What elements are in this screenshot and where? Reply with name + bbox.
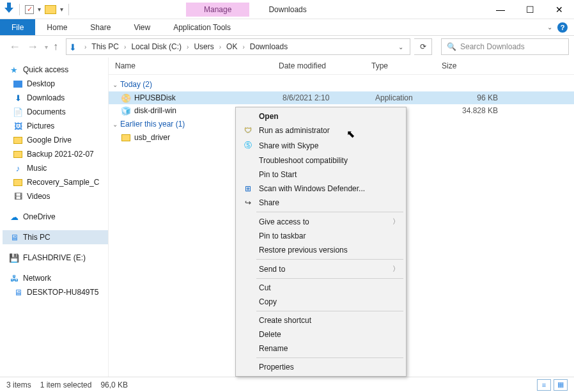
column-headers: Name Date modified Type Size — [109, 58, 574, 75]
group-today[interactable]: ⌄Today (2) — [109, 77, 574, 91]
skype-icon: Ⓢ — [242, 140, 254, 151]
sidebar-this-pc[interactable]: 🖥This PC — [3, 230, 108, 244]
menu-give-access[interactable]: Give access to〉 — [237, 214, 405, 229]
breadcrumb[interactable]: Downloads — [249, 42, 289, 51]
sidebar-item-backup[interactable]: Backup 2021-02-07 — [3, 147, 108, 161]
menu-cut[interactable]: Cut — [237, 281, 405, 295]
qat-dropdown-icon[interactable]: ▾ — [60, 6, 63, 13]
tab-application-tools[interactable]: Application Tools — [162, 19, 242, 35]
defender-icon: ⊞ — [242, 184, 254, 193]
sidebar-label: Downloads — [27, 93, 65, 102]
tab-home[interactable]: Home — [35, 19, 79, 35]
column-type[interactable]: Type — [366, 58, 437, 74]
share-icon: ↪ — [242, 198, 254, 207]
menu-rename[interactable]: Rename — [237, 341, 405, 356]
menu-run-as-admin[interactable]: 🛡Run as administrator — [237, 123, 405, 137]
recent-locations-icon[interactable]: ▾ — [43, 43, 49, 51]
sidebar-quick-access[interactable]: ★Quick access — [3, 63, 108, 77]
sidebar-item-recovery[interactable]: Recovery_Sample_C — [3, 175, 108, 189]
column-size[interactable]: Size — [437, 58, 500, 74]
chevron-right-icon: 〉 — [392, 217, 399, 226]
icons-view-button[interactable]: ▦ — [554, 379, 568, 391]
pc-icon: 🖥 — [13, 287, 23, 297]
folder-icon — [45, 5, 56, 14]
menu-delete[interactable]: Delete — [237, 327, 405, 341]
file-tab[interactable]: File — [0, 19, 35, 35]
menu-send-to[interactable]: Send to〉 — [237, 262, 405, 276]
back-button[interactable]: ← — [8, 40, 22, 54]
downloads-icon — [4, 3, 14, 16]
file-row[interactable]: 📀 HPUSBDisk 8/6/2021 2:10 Application 96… — [109, 91, 574, 104]
close-button[interactable]: ✕ — [545, 0, 574, 19]
menu-share-skype[interactable]: ⓈShare with Skype — [237, 137, 405, 153]
menu-pin-taskbar[interactable]: Pin to taskbar — [237, 229, 405, 243]
sidebar-onedrive[interactable]: ☁OneDrive — [3, 210, 108, 224]
cloud-icon: ☁ — [9, 212, 19, 222]
search-input[interactable]: 🔍 Search Downloads — [441, 38, 569, 55]
search-placeholder: Search Downloads — [460, 42, 525, 51]
menu-share[interactable]: ↪Share — [237, 196, 405, 210]
pc-icon: 🖥 — [9, 232, 19, 242]
sidebar-network[interactable]: 🖧Network — [3, 271, 108, 285]
menu-properties[interactable]: Properties — [237, 360, 405, 374]
column-date[interactable]: Date modified — [274, 58, 366, 74]
ribbon-expand-icon[interactable]: ⌄ — [547, 24, 552, 31]
folder-icon — [13, 135, 23, 145]
menu-pin-start[interactable]: Pin to Start — [237, 168, 405, 182]
menu-restore-versions[interactable]: Restore previous versions — [237, 243, 405, 257]
refresh-button[interactable]: ⟳ — [414, 38, 432, 55]
window-title: Downloads — [268, 5, 306, 14]
details-view-button[interactable]: ≡ — [537, 379, 551, 391]
quick-access-toolbar: ✓ ▾ ▾ — [0, 3, 74, 16]
sidebar-item-desktop-host[interactable]: 🖥DESKTOP-HU849T5 — [3, 285, 108, 299]
breadcrumb[interactable]: This PC — [90, 42, 120, 51]
breadcrumb-sep-icon[interactable]: › — [121, 43, 128, 51]
chevron-down-icon: ⌄ — [112, 81, 118, 88]
sidebar-flashdrive[interactable]: 💾FLASHDRIVE (E:) — [3, 251, 108, 265]
sidebar-item-downloads[interactable]: ⬇Downloads — [3, 91, 108, 105]
tab-share[interactable]: Share — [79, 19, 122, 35]
desktop-icon — [13, 79, 23, 89]
breadcrumb[interactable]: Users — [192, 42, 215, 51]
menu-scan-defender[interactable]: ⊞Scan with Windows Defender... — [237, 182, 405, 196]
downloads-icon: ⬇ — [13, 93, 23, 103]
address-dropdown-icon[interactable]: ⌄ — [394, 43, 407, 51]
qat-dropdown-icon[interactable]: ▾ — [38, 6, 41, 13]
file-name: HPUSBDisk — [134, 93, 283, 102]
help-button[interactable]: ? — [557, 22, 568, 33]
sidebar-item-pictures[interactable]: 🖼Pictures — [3, 119, 108, 133]
forward-button[interactable]: → — [26, 40, 40, 54]
title-bar: ✓ ▾ ▾ Manage Downloads — ☐ ✕ — [0, 0, 574, 19]
up-button[interactable]: ↑ — [53, 41, 58, 52]
status-bar: 3 items 1 item selected 96,0 KB ≡ ▦ — [0, 377, 574, 392]
menu-open[interactable]: Open — [237, 109, 405, 123]
tab-view[interactable]: View — [122, 19, 162, 35]
menu-copy[interactable]: Copy — [237, 295, 405, 309]
drive-icon: 💾 — [9, 253, 19, 263]
sidebar-label: DESKTOP-HU849T5 — [27, 288, 98, 297]
menu-create-shortcut[interactable]: Create shortcut — [237, 313, 405, 327]
sidebar-item-music[interactable]: ♪Music — [3, 161, 108, 175]
menu-troubleshoot[interactable]: Troubleshoot compatibility — [237, 153, 405, 168]
chevron-down-icon: ⌄ — [112, 121, 118, 128]
breadcrumb-sep-icon[interactable]: › — [217, 43, 224, 51]
breadcrumb-sep-icon[interactable]: › — [184, 43, 191, 51]
breadcrumb-sep-icon[interactable]: › — [240, 43, 247, 51]
breadcrumb-sep-icon[interactable]: › — [82, 43, 89, 51]
sidebar-item-desktop[interactable]: Desktop — [3, 77, 108, 91]
sidebar-item-googledrive[interactable]: Google Drive — [3, 133, 108, 147]
breadcrumb[interactable]: Local Disk (C:) — [130, 42, 183, 51]
ribbon-tabs: File Home Share View Application Tools ⌄… — [0, 19, 574, 36]
navigation-pane: ★Quick access Desktop ⬇Downloads 📄Docume… — [0, 58, 109, 377]
group-label: Earlier this year (1) — [120, 120, 185, 129]
address-bar[interactable]: › This PC › Local Disk (C:) › Users › OK… — [66, 38, 410, 55]
sidebar-item-videos[interactable]: 🎞Videos — [3, 189, 108, 203]
separator — [68, 4, 69, 15]
breadcrumb[interactable]: OK — [225, 42, 238, 51]
status-selected: 1 item selected — [40, 380, 92, 389]
properties-checkbox-icon[interactable]: ✓ — [25, 5, 34, 14]
column-name[interactable]: Name — [109, 58, 274, 74]
minimize-button[interactable]: — — [486, 0, 515, 19]
sidebar-item-documents[interactable]: 📄Documents — [3, 105, 108, 119]
maximize-button[interactable]: ☐ — [515, 0, 545, 19]
